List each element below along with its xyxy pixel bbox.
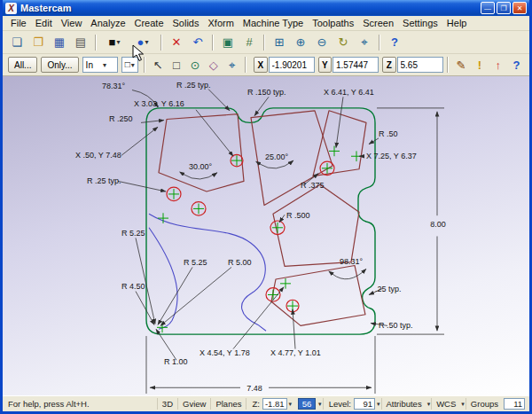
part-outline[interactable]	[146, 108, 375, 334]
status-groups-value[interactable]: 11	[504, 398, 525, 410]
help2-button[interactable]: ?	[508, 56, 525, 74]
repaint-button[interactable]: ↻	[333, 34, 353, 51]
select-only-button[interactable]: Only...	[41, 57, 78, 73]
entity-filter-select[interactable]: □▾	[121, 57, 138, 73]
status-z-label: Z:	[246, 398, 261, 410]
status-planes-button[interactable]: Planes	[210, 398, 246, 410]
menu-edit[interactable]: Edit	[31, 17, 57, 29]
menu-screen[interactable]: Screen	[358, 17, 398, 29]
pan-button[interactable]: ⌖	[355, 34, 374, 51]
minimize-button[interactable]: —	[481, 2, 495, 14]
angle-arc-25[interactable]	[260, 160, 293, 168]
menu-toolpaths[interactable]: Toolpaths	[308, 17, 358, 29]
z-coordinate-button[interactable]: Z	[382, 57, 396, 73]
window-select-button[interactable]: □	[168, 56, 185, 74]
zoom-out-button[interactable]: ⊖	[312, 34, 332, 51]
color-dropdown-button[interactable]: ■▾	[101, 34, 128, 51]
screen-statistics-icon: ▣	[223, 36, 233, 48]
raise-icon: ↑	[495, 59, 501, 71]
leader-line[interactable]	[254, 97, 269, 115]
menu-xform[interactable]: Xform	[204, 17, 239, 29]
leader-line[interactable]	[293, 309, 295, 349]
spline-curve[interactable]	[149, 214, 266, 331]
pocket-bottom-right[interactable]	[271, 265, 365, 325]
screen-statistics-button[interactable]: ▣	[218, 34, 238, 51]
leader-line[interactable]	[233, 287, 284, 349]
leader-line[interactable]	[141, 120, 164, 122]
leader-line[interactable]	[160, 267, 231, 325]
status-color-chip[interactable]: 56	[298, 398, 316, 410]
dim-r500-fillet: R 5.00	[228, 259, 252, 268]
menu-create[interactable]: Create	[130, 17, 168, 29]
leader-line[interactable]	[279, 215, 285, 223]
leader-line[interactable]	[208, 90, 230, 111]
fit-screen-button[interactable]: ⊞	[270, 34, 289, 51]
undo-button[interactable]: ↶	[188, 34, 207, 51]
x-coordinate-input[interactable]	[269, 57, 315, 73]
leader-line[interactable]	[196, 110, 233, 156]
leader-line[interactable]	[336, 97, 343, 147]
x-coordinate-button[interactable]: X	[254, 57, 268, 73]
alert-button[interactable]: !	[471, 56, 488, 74]
leader-line[interactable]	[121, 127, 158, 155]
status-gview-button[interactable]: Gview	[177, 398, 210, 410]
select-arrow-button[interactable]: ↖	[150, 56, 167, 74]
angle-arc-98[interactable]	[332, 269, 366, 278]
dropdown-arrow-icon: ▾	[116, 38, 120, 46]
pocket-shapes[interactable]	[159, 111, 366, 326]
status-attributes-button[interactable]: Attributes	[381, 398, 426, 410]
snap-settings-button[interactable]: ⌖	[223, 56, 240, 74]
mastercam-window: X Mastercam — ❐ ✕ File Edit View Analyze…	[0, 0, 532, 414]
angle-arc-30[interactable]	[184, 173, 217, 179]
graphics-canvas[interactable]: 78.31° R .25 typ. R .150 typ. X 6.41, Y …	[3, 76, 529, 395]
delete-button[interactable]: ✕	[167, 34, 186, 51]
toolbar-separator	[95, 35, 97, 51]
dim-x454-y178: X 4.54, Y 1.78	[200, 348, 250, 357]
y-coordinate-input[interactable]	[332, 57, 379, 73]
z-coordinate-input[interactable]	[397, 57, 443, 73]
status-3d-button[interactable]: 3D	[157, 398, 177, 410]
point-style-dropdown-button[interactable]: ●▾	[129, 34, 156, 51]
chain-select-button[interactable]: ⊙	[186, 56, 203, 74]
title-bar[interactable]: X Mastercam — ❐ ✕	[3, 0, 529, 16]
dim-r100: R 1.00	[164, 357, 188, 366]
menu-machine-type[interactable]: Machine Type	[239, 17, 308, 29]
save-button[interactable]: ▦	[50, 34, 69, 51]
leader-line[interactable]	[158, 267, 192, 324]
dim-x50-y748: X .50, Y 7.48	[75, 151, 121, 160]
open-file-icon: ❐	[33, 36, 43, 48]
raise-button[interactable]: ↑	[489, 56, 506, 74]
cad-drawing[interactable]: 78.31° R .25 typ. R .150 typ. X 6.41, Y …	[3, 76, 529, 395]
close-button[interactable]: ✕	[512, 2, 527, 14]
menu-help[interactable]: Help	[442, 17, 472, 29]
open-file-button[interactable]: ❐	[28, 34, 48, 51]
status-wcs-button[interactable]: WCS	[431, 398, 460, 410]
dropdown-arrow-icon[interactable]: ▾	[288, 401, 293, 408]
sketch-button[interactable]: ✎	[453, 56, 470, 74]
menu-settings[interactable]: Settings	[398, 17, 442, 29]
pocket-top-middle[interactable]	[251, 111, 332, 206]
y-coordinate-button[interactable]: Y	[318, 57, 332, 73]
menu-view[interactable]: View	[57, 17, 87, 29]
select-all-button[interactable]: All...	[8, 57, 37, 73]
print-button[interactable]: ▤	[71, 34, 90, 51]
dim-r25-typ-top: R .25 typ.	[176, 81, 210, 90]
menu-file[interactable]: File	[6, 17, 31, 29]
leader-line[interactable]	[369, 138, 379, 145]
grid-button[interactable]: #	[239, 34, 259, 51]
new-file-button[interactable]: ❏	[7, 34, 27, 51]
zoom-window-button[interactable]: ⊕	[291, 34, 310, 51]
menu-analyze[interactable]: Analyze	[86, 17, 129, 29]
help-button[interactable]: ?	[385, 34, 404, 51]
status-groups-button[interactable]: Groups	[466, 398, 503, 410]
menu-solids[interactable]: Solids	[168, 17, 204, 29]
status-z-value[interactable]: -1.81	[262, 398, 287, 410]
in-select[interactable]: In▾	[82, 57, 118, 73]
solid-select-button[interactable]: ◇	[205, 56, 222, 74]
leader-line[interactable]	[118, 181, 166, 191]
maximize-button[interactable]: ❐	[497, 2, 511, 14]
pocket-top-left[interactable]	[159, 114, 244, 191]
dropdown-arrow-icon: ▾	[103, 61, 106, 69]
pocket-middle[interactable]	[273, 184, 359, 266]
status-level-value[interactable]: 91	[354, 398, 375, 410]
